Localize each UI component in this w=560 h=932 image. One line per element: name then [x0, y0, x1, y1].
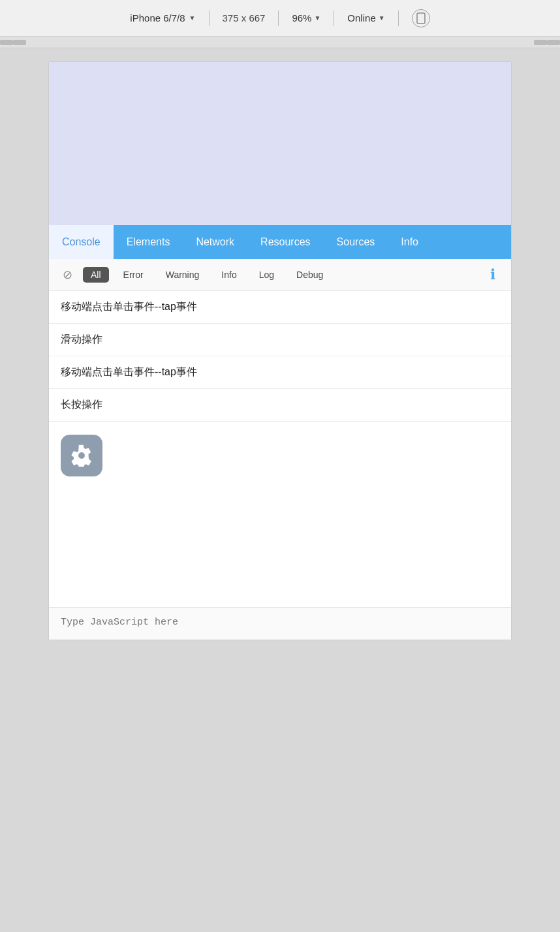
settings-area	[49, 422, 511, 489]
console-entry-4: 长按操作	[49, 389, 511, 422]
tab-resources[interactable]: Resources	[247, 225, 323, 259]
gear-settings-button[interactable]	[61, 435, 102, 476]
clear-console-button[interactable]: ⊘	[58, 266, 76, 284]
separator-2	[278, 10, 279, 26]
rotate-button[interactable]	[412, 9, 430, 27]
console-entries: 移动端点击单击事件--tap事件 滑动操作 移动端点击单击事件--tap事件 长…	[49, 291, 511, 607]
separator-4	[398, 10, 399, 26]
devtools-panel: Console Elements Network Resources Sourc…	[48, 61, 512, 640]
device-selector[interactable]: iPhone 6/7/8 ▼	[130, 12, 195, 23]
spacer	[49, 489, 511, 607]
device-dropdown-arrow: ▼	[189, 14, 196, 22]
viewport-height: 667	[249, 12, 265, 23]
tab-info[interactable]: Info	[388, 225, 431, 259]
separator-3	[334, 10, 334, 26]
clear-icon: ⊘	[63, 268, 72, 282]
separator-1	[209, 10, 210, 26]
svg-rect-0	[417, 13, 425, 23]
tab-elements[interactable]: Elements	[114, 225, 183, 259]
network-selector[interactable]: Online ▼	[347, 12, 384, 23]
filter-error-button[interactable]: Error	[116, 267, 151, 283]
js-input-area	[49, 607, 511, 640]
filter-log-button[interactable]: Log	[251, 267, 282, 283]
filter-bar: ⊘ All Error Warning Info Log Debug ℹ	[49, 259, 511, 291]
console-info-button[interactable]: ℹ	[484, 266, 502, 284]
js-input-field[interactable]	[61, 617, 499, 628]
top-toolbar: iPhone 6/7/8 ▼ 375 x 667 96% ▼ Online ▼	[0, 0, 560, 37]
dimensions-display: 375 x 667	[223, 12, 266, 23]
info-icon: ℹ	[490, 266, 495, 283]
tab-console[interactable]: Console	[49, 225, 114, 259]
tab-sources[interactable]: Sources	[324, 225, 388, 259]
main-area: Console Elements Network Resources Sourc…	[0, 48, 560, 653]
filter-debug-button[interactable]: Debug	[288, 267, 331, 283]
x-separator: x	[241, 12, 247, 23]
ruler-strip	[0, 37, 560, 48]
filter-warning-button[interactable]: Warning	[158, 267, 208, 283]
ruler-mark	[13, 40, 26, 45]
zoom-level: 96%	[292, 12, 311, 23]
device-label: iPhone 6/7/8	[130, 12, 185, 23]
console-entry-1: 移动端点击单击事件--tap事件	[49, 291, 511, 324]
viewport-width: 375	[223, 12, 239, 23]
ruler-mark	[547, 40, 560, 45]
preview-area	[49, 62, 511, 225]
console-entry-2: 滑动操作	[49, 324, 511, 356]
tab-bar: Console Elements Network Resources Sourc…	[49, 225, 511, 259]
gear-icon	[70, 444, 93, 467]
console-entry-3: 移动端点击单击事件--tap事件	[49, 356, 511, 389]
zoom-selector[interactable]: 96% ▼	[292, 12, 320, 23]
ruler-mark	[0, 40, 13, 45]
tab-network[interactable]: Network	[183, 225, 247, 259]
network-label: Online	[347, 12, 375, 23]
filter-info-button[interactable]: Info	[213, 267, 244, 283]
network-dropdown-arrow: ▼	[379, 14, 385, 22]
zoom-dropdown-arrow: ▼	[314, 14, 320, 22]
filter-all-button[interactable]: All	[83, 267, 109, 283]
ruler-mark	[534, 40, 547, 45]
